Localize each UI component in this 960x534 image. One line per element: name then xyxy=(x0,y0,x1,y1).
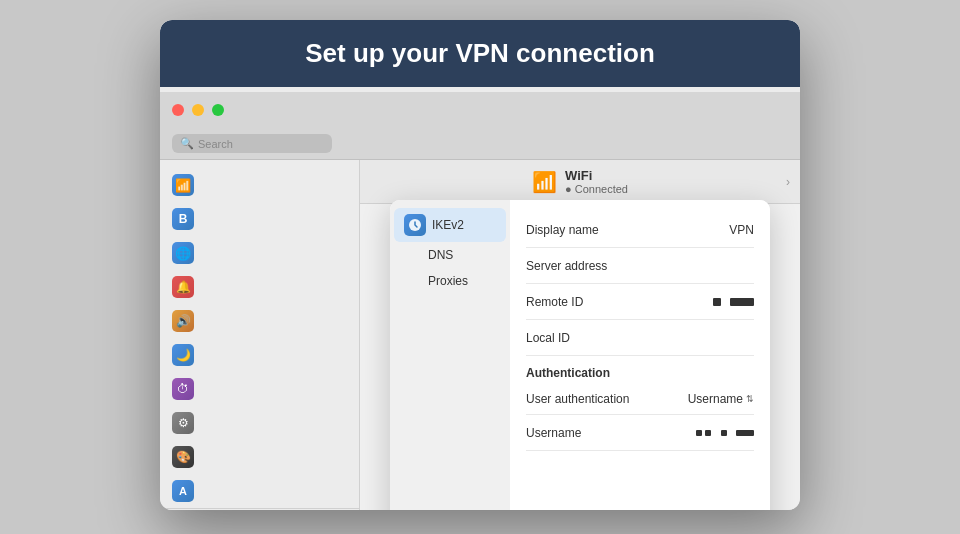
ikev2-label: IKEv2 xyxy=(432,218,464,232)
sidebar-item-appearance[interactable]: 🎨 xyxy=(160,440,359,474)
dot1 xyxy=(713,298,721,306)
focus-icon: 🌙 xyxy=(172,344,194,366)
auth-section-header: Authentication xyxy=(526,356,754,384)
search-container[interactable]: 🔍 Search xyxy=(172,134,332,153)
sound-icon: 🔊 xyxy=(172,310,194,332)
display-name-row: Display name VPN xyxy=(526,212,754,248)
username-masked xyxy=(696,426,754,440)
local-id-row: Local ID xyxy=(526,320,754,356)
display-name-label: Display name xyxy=(526,223,729,237)
sidebar-item-general[interactable]: ⚙ xyxy=(160,406,359,440)
user-auth-value: Username xyxy=(688,392,743,406)
appearance-icon: 🎨 xyxy=(172,446,194,468)
wifi-icon: 📶 xyxy=(172,174,194,196)
remote-id-label: Remote ID xyxy=(526,295,713,309)
banner-text: Set up your VPN connection xyxy=(305,38,655,68)
general-icon: ⚙ xyxy=(172,412,194,434)
maximize-button[interactable] xyxy=(212,104,224,116)
close-button[interactable] xyxy=(172,104,184,116)
screentime-icon: ⏱ xyxy=(172,378,194,400)
local-id-label: Local ID xyxy=(526,331,754,345)
display-name-value[interactable]: VPN xyxy=(729,223,754,237)
server-address-row: Server address xyxy=(526,248,754,284)
udot2 xyxy=(705,430,711,436)
search-icon: 🔍 xyxy=(180,137,194,150)
user-auth-select[interactable]: Username ⇅ xyxy=(688,392,754,406)
remote-id-masked xyxy=(713,295,754,309)
select-arrows-icon: ⇅ xyxy=(746,394,754,404)
banner: Set up your VPN connection xyxy=(160,20,800,87)
notifications-icon: 🔔 xyxy=(172,276,194,298)
server-address-label: Server address xyxy=(526,259,754,273)
udot1 xyxy=(696,430,702,436)
username-label: Username xyxy=(526,426,696,440)
right-panel: 📶 WiFi ● Connected › xyxy=(360,160,800,510)
content-area: 📶 B 🌐 🔔 🔊 🌙 ⏱ ⚙ 🎨 xyxy=(160,160,800,510)
search-bar: 🔍 Search xyxy=(160,128,800,160)
vpn-form: Display name VPN Server address Remote I… xyxy=(510,200,770,510)
proxies-label: Proxies xyxy=(400,274,468,288)
sidebar-item-screentime[interactable]: ⏱ xyxy=(160,372,359,406)
vpn-dialog: IKEv2 DNS Proxies Display name xyxy=(390,200,770,510)
sidebar-item-sound[interactable]: 🔊 xyxy=(160,304,359,338)
search-placeholder: Search xyxy=(198,138,233,150)
user-auth-row: User authentication Username ⇅ xyxy=(526,384,754,415)
remote-id-value[interactable] xyxy=(713,295,754,309)
sidebar: 📶 B 🌐 🔔 🔊 🌙 ⏱ ⚙ 🎨 xyxy=(160,160,360,510)
dns-label: DNS xyxy=(400,248,453,262)
bluetooth-icon: B xyxy=(172,208,194,230)
sidebar-item-notifications[interactable]: 🔔 xyxy=(160,270,359,304)
dot2 xyxy=(730,298,754,306)
vpn-nav-ikev2[interactable]: IKEv2 xyxy=(394,208,506,242)
sidebar-item-focus[interactable]: 🌙 xyxy=(160,338,359,372)
ikev2-icon xyxy=(404,214,426,236)
username-row: Username xyxy=(526,415,754,451)
vpn-nav-dns[interactable]: DNS xyxy=(390,242,510,268)
user-auth-label: User authentication xyxy=(526,392,688,406)
sidebar-item-network[interactable]: 🌐 xyxy=(160,236,359,270)
sidebar-item-wifi[interactable]: 📶 xyxy=(160,168,359,202)
title-bar xyxy=(160,92,800,128)
username-value[interactable] xyxy=(696,425,754,440)
udot3 xyxy=(721,430,727,436)
udot4 xyxy=(736,430,754,436)
minimize-button[interactable] xyxy=(192,104,204,116)
sidebar-item-bluetooth[interactable]: B xyxy=(160,202,359,236)
vpn-nav-proxies[interactable]: Proxies xyxy=(390,268,510,294)
vpn-dialog-overlay: IKEv2 DNS Proxies Display name xyxy=(360,160,800,510)
vpn-nav: IKEv2 DNS Proxies xyxy=(390,200,510,510)
remote-id-row: Remote ID xyxy=(526,284,754,320)
network-icon: 🌐 xyxy=(172,242,194,264)
accessibility-icon: A xyxy=(172,480,194,502)
settings-window: Set up your VPN connection 🔍 Search 📶 B … xyxy=(160,20,800,510)
sidebar-item-accessibility[interactable]: A xyxy=(160,474,359,508)
